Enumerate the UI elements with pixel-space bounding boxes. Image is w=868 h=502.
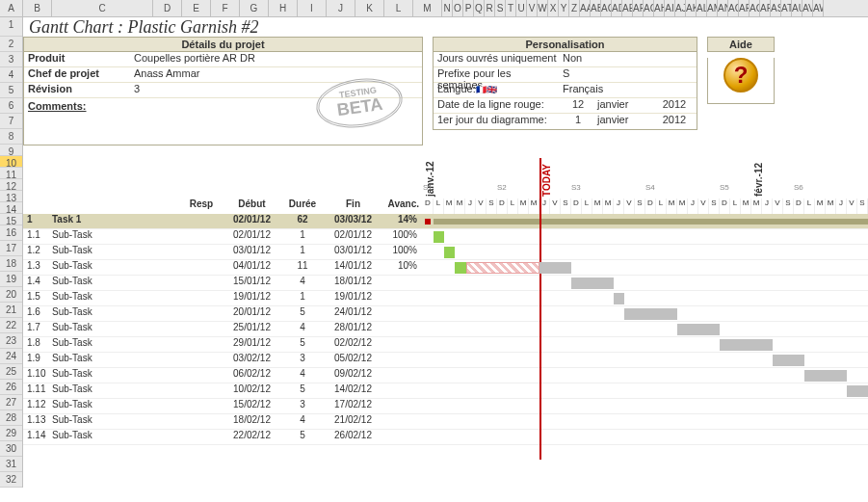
row-header-3[interactable]: 3 (0, 52, 22, 67)
row-header-1[interactable]: 1 (0, 17, 22, 37)
col-header-G[interactable]: G (240, 0, 269, 16)
col-header-F[interactable]: F (211, 0, 240, 16)
col-header-N[interactable]: N (442, 0, 453, 16)
col-header-AJ[interactable]: AJ (675, 0, 686, 16)
task-avanc[interactable]: 100% (380, 245, 423, 259)
task-duree[interactable]: 62 (278, 214, 327, 228)
col-header-K[interactable]: K (355, 0, 384, 16)
task-duree[interactable]: 5 (278, 337, 327, 352)
task-row[interactable]: 1.14Sub-Task22/02/12526/02/12 (23, 430, 868, 445)
col-header-AN[interactable]: AN (718, 0, 728, 16)
col-header-S[interactable]: S (495, 0, 506, 16)
col-header-AD[interactable]: AD (612, 0, 622, 16)
row-header-20[interactable]: 20 (0, 287, 22, 303)
col-header-AR[interactable]: AR (760, 0, 771, 16)
row-header-19[interactable]: 19 (0, 272, 22, 287)
col-header-AE[interactable]: AE (622, 0, 633, 16)
col-header-Q[interactable]: Q (474, 0, 485, 16)
task-row[interactable]: 1.13Sub-Task18/02/12421/02/12 (23, 414, 868, 430)
task-duree[interactable]: 1 (278, 245, 327, 259)
task-debut[interactable]: 15/01/12 (225, 276, 278, 290)
firstday-year[interactable]: 2012 (655, 114, 694, 129)
task-duree[interactable]: 3 (278, 353, 327, 367)
col-header-Z[interactable]: Z (569, 0, 580, 16)
row-header-31[interactable]: 31 (0, 457, 22, 472)
task-debut[interactable]: 19/01/12 (225, 291, 278, 305)
task-duree[interactable]: 1 (278, 291, 327, 305)
task-avanc[interactable] (380, 291, 423, 305)
col-header-T[interactable]: T (506, 0, 516, 16)
task-debut[interactable]: 04/01/12 (225, 260, 278, 275)
row-header-25[interactable]: 25 (0, 364, 22, 380)
col-header-C[interactable]: C (52, 0, 153, 16)
row-header-24[interactable]: 24 (0, 349, 22, 364)
task-debut[interactable]: 03/01/12 (225, 245, 278, 259)
task-duree[interactable]: 5 (278, 306, 327, 321)
task-duree[interactable]: 3 (278, 399, 327, 413)
col-header-AK[interactable]: AK (686, 0, 697, 16)
col-header-AT[interactable]: AT (781, 0, 792, 16)
task-row[interactable]: 1.6Sub-Task20/01/12524/01/12 (23, 306, 868, 322)
task-duree[interactable]: 5 (278, 430, 327, 444)
col-header-Y[interactable]: Y (559, 0, 569, 16)
task-row[interactable]: 1.10Sub-Task06/02/12409/02/12 (23, 368, 868, 383)
task-debut[interactable]: 22/02/12 (225, 430, 278, 444)
col-header-AV[interactable]: AV (802, 0, 813, 16)
col-header-B[interactable]: B (23, 0, 52, 16)
task-duree[interactable]: 1 (278, 229, 327, 244)
col-header-AL[interactable]: AL (697, 0, 707, 16)
col-header-V[interactable]: V (527, 0, 538, 16)
col-header-M[interactable]: M (413, 0, 442, 16)
row-header-15[interactable]: 15 (0, 214, 22, 225)
col-header-H[interactable]: H (269, 0, 298, 16)
task-debut[interactable]: 20/01/12 (225, 306, 278, 321)
row-header-7[interactable]: 7 (0, 114, 22, 129)
col-header-AO[interactable]: AO (728, 0, 739, 16)
col-header-A[interactable]: A (0, 0, 23, 16)
task-avanc[interactable] (380, 368, 423, 383)
produit-value[interactable]: Coupelles portière AR DR (130, 52, 422, 66)
task-debut[interactable]: 29/01/12 (225, 337, 278, 352)
col-header-AF[interactable]: AF (633, 0, 644, 16)
col-header-L[interactable]: L (384, 0, 413, 16)
col-header-AG[interactable]: AG (644, 0, 654, 16)
col-header-W[interactable]: W (538, 0, 548, 16)
firstday-day[interactable]: 1 (559, 114, 597, 129)
task-avanc[interactable] (380, 353, 423, 367)
task-duree[interactable]: 11 (278, 260, 327, 275)
col-header-X[interactable]: X (548, 0, 559, 16)
task-avanc[interactable] (380, 430, 423, 444)
task-debut[interactable]: 06/02/12 (225, 368, 278, 383)
task-row[interactable]: 1.11Sub-Task10/02/12514/02/12 (23, 383, 868, 399)
row-header-14[interactable]: 14 (0, 202, 22, 214)
row-header-13[interactable]: 13 (0, 191, 22, 202)
task-debut[interactable]: 10/02/12 (225, 383, 278, 398)
task-debut[interactable]: 02/01/12 (225, 214, 278, 228)
comments-cell[interactable]: Comments: TESTING BETA (24, 98, 422, 145)
row-header-10[interactable]: 10 (0, 156, 22, 168)
row-header-12[interactable]: 12 (0, 179, 22, 191)
row-header-9[interactable]: 9 (0, 145, 22, 156)
row-header-27[interactable]: 27 (0, 395, 22, 410)
task-duree[interactable]: 4 (278, 414, 327, 429)
task-row[interactable]: 1.4Sub-Task15/01/12418/01/12 (23, 276, 868, 291)
row-header-2[interactable]: 2 (0, 37, 22, 52)
col-header-AS[interactable]: AS (771, 0, 781, 16)
task-row[interactable]: 1.8Sub-Task29/01/12502/02/12 (23, 337, 868, 353)
row-header-28[interactable]: 28 (0, 410, 22, 426)
row-header-22[interactable]: 22 (0, 318, 22, 333)
row-header-17[interactable]: 17 (0, 241, 22, 256)
task-debut[interactable]: 18/02/12 (225, 414, 278, 429)
row-headers[interactable]: 1234567891011121314151617181920212223242… (0, 17, 23, 488)
firstday-month[interactable]: janvier (597, 114, 655, 129)
task-row[interactable]: 1.7Sub-Task25/01/12428/01/12 (23, 322, 868, 337)
task-avanc[interactable] (380, 399, 423, 413)
col-header-AH[interactable]: AH (654, 0, 665, 16)
col-header-O[interactable]: O (453, 0, 463, 16)
weekprefix-value[interactable]: S (559, 67, 697, 82)
row-header-18[interactable]: 18 (0, 256, 22, 272)
redline-year[interactable]: 2012 (655, 98, 694, 113)
task-avanc[interactable]: 100% (380, 229, 423, 244)
task-avanc[interactable] (380, 306, 423, 321)
col-header-E[interactable]: E (182, 0, 211, 16)
